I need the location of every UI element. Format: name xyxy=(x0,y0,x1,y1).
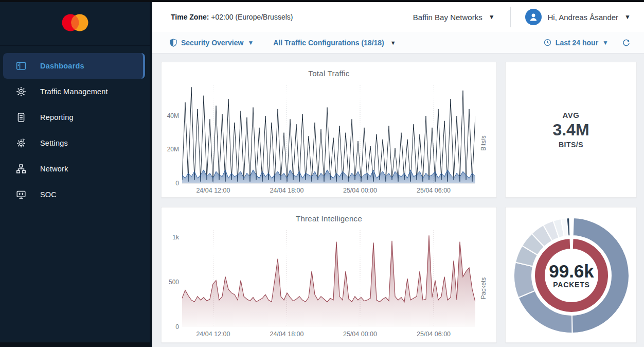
packets-donut-chart xyxy=(510,211,633,340)
axis-tick-label: 25/04 00:00 xyxy=(343,331,377,338)
sidebar-bottom-strip xyxy=(0,342,150,347)
axis-tick-label: 40M xyxy=(162,112,179,119)
y-axis-unit: Packets xyxy=(480,276,487,301)
avg-bits-card: AVG 3.4M BITS/S xyxy=(505,62,637,198)
filter-triangle-icon: ▼ xyxy=(390,40,396,46)
sidebar-item-reporting[interactable]: Reporting xyxy=(0,105,150,130)
chevron-down-icon: ▼ xyxy=(489,14,495,20)
axis-tick-label: 0 xyxy=(162,180,179,187)
time-range-label: Last 24 hour xyxy=(556,39,598,47)
sidebar-nav: Dashboards Traffic Management xyxy=(0,46,150,207)
gear-wrench-icon xyxy=(15,137,27,149)
sidebar-item-label: Traffic Management xyxy=(40,88,108,96)
document-icon xyxy=(15,112,27,123)
axis-tick-label: 24/04 18:00 xyxy=(270,187,303,194)
monitor-code-icon xyxy=(15,189,27,200)
person-icon xyxy=(528,12,539,22)
packets-donut-card: 99.6k PACKETS xyxy=(505,207,637,343)
y-axis-unit: Bits/s xyxy=(480,133,487,153)
topbar-divider xyxy=(510,7,511,27)
sidebar-item-network[interactable]: Network xyxy=(0,156,150,182)
timezone-display: Time Zone: +02:00 (Europe/Brussels) xyxy=(171,13,293,21)
timezone-value: +02:00 (Europe/Brussels) xyxy=(211,13,293,21)
threat-intelligence-card: Threat Intelligence 05001k 24/04 12:0024… xyxy=(161,207,497,343)
org-name: Baffin Bay Networks xyxy=(413,13,482,22)
total-traffic-plot xyxy=(182,85,475,184)
chevron-down-icon: ▼ xyxy=(247,40,254,46)
sidebar-item-label: Reporting xyxy=(40,113,74,122)
topbar: Time Zone: +02:00 (Europe/Brussels) Baff… xyxy=(152,2,644,32)
chevron-down-icon: ▼ xyxy=(624,14,631,20)
axis-tick-label: 0 xyxy=(162,323,179,331)
axis-tick-label: 25/04 06:00 xyxy=(417,187,451,194)
clock-icon xyxy=(544,39,551,46)
org-selector[interactable]: Baffin Bay Networks ▼ xyxy=(413,13,495,22)
chart-title: Total Traffic xyxy=(162,69,496,78)
user-menu[interactable]: Hi, Andreas Åsander ▼ xyxy=(525,9,631,25)
dashboard-icon xyxy=(15,60,27,72)
mastercard-logo xyxy=(58,12,92,33)
traffic-config-filter[interactable]: All Traffic Configurations (18/18) ▼ xyxy=(273,39,396,47)
traffic-config-label: All Traffic Configurations (18/18) xyxy=(273,39,384,47)
view-selector[interactable]: Security Overview ▼ xyxy=(170,39,254,47)
sidebar: Dashboards Traffic Management xyxy=(0,0,152,347)
sidebar-item-soc[interactable]: SOC xyxy=(0,182,150,207)
total-traffic-card: Total Traffic 020M40M 24/04 12:0024/04 1… xyxy=(161,62,497,198)
axis-tick-label: 25/04 06:00 xyxy=(417,331,451,338)
axis-tick-label: 20M xyxy=(162,146,179,153)
chart-title: Threat Intelligence xyxy=(162,214,496,223)
filterbar: Security Overview ▼ All Traffic Configur… xyxy=(152,32,644,54)
gear-icon xyxy=(15,86,27,97)
refresh-icon xyxy=(622,38,631,47)
sidebar-item-label: Settings xyxy=(40,139,68,147)
axis-tick-label: 500 xyxy=(162,279,179,286)
axis-tick-label: 24/04 12:00 xyxy=(196,187,230,194)
shield-icon xyxy=(170,39,177,47)
threat-intelligence-plot xyxy=(182,230,475,327)
sidebar-item-label: SOC xyxy=(40,190,57,199)
chevron-down-icon: ▼ xyxy=(602,40,609,46)
time-range-selector[interactable]: Last 24 hour ▼ xyxy=(544,39,609,47)
sidebar-item-label: Network xyxy=(40,165,68,173)
dashboard-content: Total Traffic 020M40M 24/04 12:0024/04 1… xyxy=(152,53,644,347)
axis-tick-label: 1k xyxy=(162,234,179,241)
avg-value: 3.4M xyxy=(552,120,589,140)
avatar xyxy=(525,9,542,25)
sidebar-item-label: Dashboards xyxy=(40,62,84,70)
sidebar-item-dashboards[interactable]: Dashboards xyxy=(3,53,145,79)
timezone-label: Time Zone: xyxy=(171,13,209,21)
view-selector-label: Security Overview xyxy=(181,39,243,47)
logo-container xyxy=(0,0,150,46)
sidebar-item-traffic-management[interactable]: Traffic Management xyxy=(0,79,150,105)
sitemap-icon xyxy=(15,163,27,175)
refresh-button[interactable] xyxy=(622,38,631,47)
avg-unit: BITS/S xyxy=(559,141,583,149)
axis-tick-label: 25/04 00:00 xyxy=(343,187,377,194)
sidebar-item-settings[interactable]: Settings xyxy=(0,130,150,156)
user-greeting: Hi, Andreas Åsander xyxy=(548,13,619,22)
axis-tick-label: 24/04 18:00 xyxy=(270,331,303,338)
avg-label: AVG xyxy=(563,111,580,119)
axis-tick-label: 24/04 12:00 xyxy=(196,331,230,338)
top-black-strip xyxy=(0,0,644,2)
